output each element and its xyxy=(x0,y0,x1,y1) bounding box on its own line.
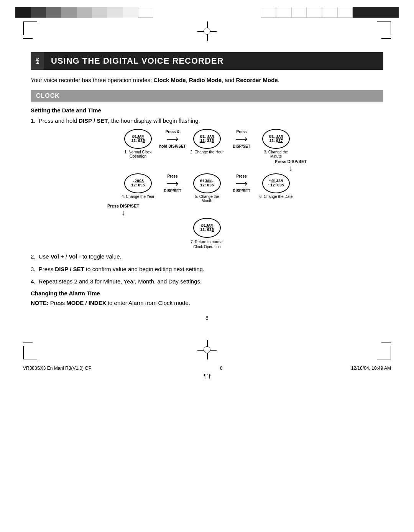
diagram-row3: Ø1JAN 12:035 7. Return to normalClock Op… xyxy=(190,218,224,249)
clock3-top: Ø1.JAN xyxy=(269,135,283,139)
clock1-top: Ø1JAN xyxy=(132,135,144,139)
down-arrow1-container: Press DISP/SET ↓ xyxy=(96,159,318,173)
reg-line-bot-right xyxy=(381,343,391,343)
step3-text: 3. Press DISP / SET to confirm value and… xyxy=(31,265,383,274)
diag-clock1: Ø1JAN 12:035 xyxy=(121,129,155,149)
return-normal-label: 7. Return to normalClock Operation xyxy=(191,239,223,249)
reg-marks-bottom xyxy=(0,333,414,363)
diag-clock2: Ø1.JAN 12:335 xyxy=(190,129,224,149)
clock5-bot: 12:035 xyxy=(200,183,214,188)
step2-text: 2. Use Vol + / Vol - to toggle value. xyxy=(31,252,383,261)
page-number-center: 8 xyxy=(31,315,383,321)
diag-clock5: Ø1JAN- 12:035 xyxy=(190,173,224,193)
arrow2-row: ⟶ xyxy=(235,134,248,144)
corner-br xyxy=(377,346,391,359)
diagram-row2: -2008 12:095 Press ⟶ DISP/SET Ø1JAN- 12:… xyxy=(121,173,293,193)
bottom-symbol: ¶´f xyxy=(0,373,414,384)
crosshair-top xyxy=(197,21,217,41)
diag-clock6: ~Ø1JAN ~12:035 xyxy=(259,173,293,193)
arrow1-row: ⟶ xyxy=(166,134,179,144)
down-arrow2-container: Press DISP/SET ↓ xyxy=(96,204,318,217)
footer-center: 8 xyxy=(220,366,223,371)
footer: VR383SX3 En Manl R3(V1.0) OP 8 12/18/04,… xyxy=(0,363,414,373)
down-arrow1-group: Press DISP/SET ↓ xyxy=(275,159,307,173)
hold-disp-set-label: hold DISP/SET xyxy=(159,144,186,148)
press-label3: Press xyxy=(236,174,246,178)
corner-bl xyxy=(23,346,37,359)
press-hold-label: Press & xyxy=(165,130,179,134)
corner-tr-vline xyxy=(391,21,391,35)
color-block-3 xyxy=(46,7,61,18)
color-block-r3 xyxy=(291,7,307,18)
color-block-r8 xyxy=(368,7,383,18)
down-arrow2-sym: ↓ xyxy=(122,208,125,217)
label-change-month: 5. Change the Month xyxy=(190,194,224,203)
clock-display-5: Ø1JAN- 12:035 xyxy=(193,173,221,193)
diag-clock4: -2008 12:095 xyxy=(121,173,155,193)
diag-arrow1-group: Press & ⟶ hold DISP/SET xyxy=(155,130,190,148)
clock-display-6: ~Ø1JAN ~12:035 xyxy=(262,173,290,193)
reg-mark-bottom-right xyxy=(377,343,391,360)
clock2-bot: 12:335 xyxy=(200,139,214,143)
title-bar: EN USING THE DIGITAL VOICE RECORDER xyxy=(31,52,383,70)
press-label1: Press xyxy=(236,130,246,134)
color-block-r6 xyxy=(337,7,353,18)
corner-br-hline xyxy=(377,359,391,360)
clock3-bot: 12:037 xyxy=(269,139,283,143)
diagram-row1: Ø1JAN 12:035 Press & ⟶ hold DISP/SET Ø1.… xyxy=(121,129,293,149)
arrow2-sym: ⟶ xyxy=(235,134,248,144)
color-block-r1 xyxy=(261,7,276,18)
top-color-bar xyxy=(0,0,414,18)
color-block-r9 xyxy=(383,7,399,18)
color-block-6 xyxy=(92,7,107,18)
clock-setting-diagram: Ø1JAN 12:035 Press & ⟶ hold DISP/SET Ø1.… xyxy=(96,129,318,249)
color-block-1 xyxy=(15,7,31,18)
reg-line-right xyxy=(381,38,391,39)
down-arrow1-sym: ↓ xyxy=(289,164,292,173)
step1-text: 1. Press and hold DISP / SET, the hour d… xyxy=(31,117,383,125)
diag-arrow4-group: Press ⟶ DISP/SET xyxy=(224,174,259,193)
label-change-minute: 3. Change the Minute xyxy=(259,150,293,158)
reg-mark-top-left xyxy=(23,21,37,39)
diag-clock7: Ø1JAN 12:035 xyxy=(190,218,224,238)
clock5-top: Ø1JAN- xyxy=(200,179,214,183)
arrow1-sym: ⟶ xyxy=(166,134,179,144)
disp-set-label2: DISP/SET xyxy=(164,189,181,193)
clock6-bot: ~12:035 xyxy=(268,183,284,188)
clock1-bot: 12:035 xyxy=(131,139,145,143)
step4-text: 4. Repeat steps 2 and 3 for Minute, Year… xyxy=(31,277,383,286)
disp-set-label3: DISP/SET xyxy=(233,189,250,193)
corner-bl-vline xyxy=(23,346,24,359)
clock-display-3: Ø1.JAN 12:037 xyxy=(262,129,290,149)
corner-tl xyxy=(23,21,37,35)
diag-clock3: Ø1.JAN 12:037 xyxy=(259,129,293,149)
clock2-top: Ø1.JAN xyxy=(200,135,214,139)
color-block-r4 xyxy=(307,7,322,18)
clock6-top: ~Ø1JAN xyxy=(269,179,283,183)
corner-tr-hline xyxy=(377,21,391,22)
color-block-5 xyxy=(77,7,92,18)
label-change-year: 4. Change the Year xyxy=(121,194,155,203)
disp-set-label1: DISP/SET xyxy=(233,144,250,148)
corner-tr xyxy=(377,21,391,35)
main-content: EN USING THE DIGITAL VOICE RECORDER Your… xyxy=(0,48,414,333)
clock-section-header: CLOCK xyxy=(31,90,383,102)
intro-text: Your voice recorder has three operation … xyxy=(31,76,383,85)
clock4-top: -2008 xyxy=(132,179,144,183)
changing-alarm-heading: Changing the Alarm Time xyxy=(31,290,383,296)
press-label2: Press xyxy=(167,174,177,178)
label-change-hour: 2. Change the Hour xyxy=(190,150,224,158)
color-block-9 xyxy=(138,7,153,18)
label-normal-clock: 1. Normal Clock Operation xyxy=(121,150,155,158)
color-block-r2 xyxy=(276,7,291,18)
footer-right: 12/18/04, 10:49 AM xyxy=(351,366,391,371)
reg-line-left xyxy=(23,38,33,39)
clock-header-label: CLOCK xyxy=(36,92,60,99)
clock4-bot: 12:095 xyxy=(131,183,145,188)
clock-display-1: Ø1JAN 12:035 xyxy=(124,129,152,149)
reg-marks-top xyxy=(0,18,414,48)
color-block-r7 xyxy=(353,7,368,18)
clock7-top: Ø1JAN xyxy=(201,224,213,228)
corner-br-vline xyxy=(391,346,391,359)
color-block-4 xyxy=(61,7,77,18)
